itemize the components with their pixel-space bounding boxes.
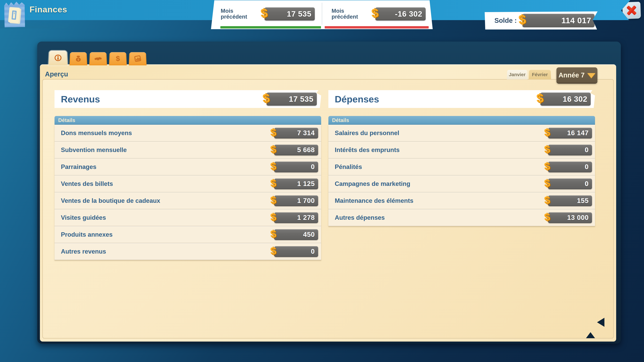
table-row: Parrainages $0: [54, 159, 321, 175]
row-value-pill: $1 278: [274, 212, 318, 223]
book-icon: [8, 7, 20, 23]
table-row: Autres dépenses $13 000: [328, 209, 595, 226]
expense-negative-bar: [325, 26, 429, 28]
row-value-pill: $7 314: [274, 128, 318, 138]
row-value: 13 000: [567, 214, 592, 221]
dollar-icon: $: [270, 177, 277, 189]
dropdown-arrow-icon: [587, 73, 595, 78]
prev-month-income-value: 17 535: [287, 9, 315, 18]
revenues-total-pill: $ 17 535: [266, 92, 317, 106]
bar-chart-icon: [134, 55, 142, 62]
svg-text:$: $: [78, 58, 79, 61]
row-label: Autres revenus: [54, 248, 106, 255]
month-button-february[interactable]: Février: [528, 70, 551, 79]
page-title: Finances: [30, 5, 67, 14]
row-value: 0: [585, 146, 592, 154]
row-value-pill: $450: [274, 229, 318, 240]
row-value-pill: $5 668: [274, 145, 318, 155]
row-label: Subvention mensuelle: [54, 146, 127, 153]
handshake-icon: [94, 55, 102, 62]
view-title: Aperçu: [45, 70, 68, 78]
table-row: Dons mensuels moyens $7 314: [54, 125, 321, 142]
dollar-icon: $: [536, 91, 544, 106]
dollar-icon: $: [114, 55, 122, 62]
row-value-pill: $0: [548, 162, 592, 172]
balance-banner: Solde : $ 114 017: [485, 11, 598, 29]
dollar-icon: $: [270, 143, 277, 155]
row-label: Intérêts des emprunts: [328, 146, 400, 153]
money-bag-icon: $: [74, 55, 82, 62]
corner-notch-decoration: [597, 318, 604, 327]
row-value-pill: $155: [548, 195, 592, 206]
row-value-pill: $1 700: [274, 195, 318, 206]
corner-notch-decoration: [586, 332, 595, 338]
dollar-icon: $: [544, 143, 551, 155]
svg-text:$: $: [116, 55, 120, 62]
balance-value: 114 017: [561, 16, 594, 25]
tab-finance[interactable]: $: [109, 52, 127, 65]
row-value: 0: [585, 163, 592, 171]
dollar-icon: $: [544, 211, 551, 223]
expenses-total-pill: $ 16 302: [540, 92, 591, 106]
row-value: 1 278: [297, 214, 318, 221]
dollar-icon: $: [270, 245, 277, 257]
revenues-card: Revenus $ 17 535: [54, 90, 321, 108]
expenses-details-header: Détails: [328, 116, 595, 125]
table-row: Produits annexes $450: [54, 226, 321, 243]
expenses-total-value: 16 302: [563, 94, 591, 104]
dollar-icon: $: [262, 91, 270, 106]
row-value-pill: $13 000: [548, 212, 592, 223]
dollar-icon: $: [270, 211, 277, 223]
revenues-total-value: 17 535: [289, 94, 317, 104]
prev-month-income-label: Mois précédent: [221, 8, 252, 19]
row-label: Maintenance des éléments: [328, 197, 414, 204]
row-value: 0: [311, 248, 318, 255]
tab-sponsorship[interactable]: [89, 52, 107, 65]
row-value: 16 147: [567, 129, 592, 137]
prev-month-expense-label: Mois précédent: [332, 8, 364, 19]
dollar-icon: $: [371, 6, 379, 21]
row-label: Campagnes de marketing: [328, 180, 410, 187]
balance-pill: $ 114 017: [522, 14, 594, 27]
row-label: Ventes de la boutique de cadeaux: [54, 197, 160, 204]
row-label: Parrainages: [54, 163, 96, 170]
dollar-icon: $: [270, 228, 277, 240]
row-value: 155: [577, 197, 592, 204]
row-value: 0: [311, 163, 318, 171]
tab-donations[interactable]: $: [70, 52, 87, 65]
row-value-pill: $0: [548, 145, 592, 155]
revenues-details-header: Détails: [54, 116, 321, 125]
tab-statistics[interactable]: [129, 52, 146, 65]
table-row: Salaires du personnel $16 147: [328, 125, 595, 142]
row-value-pill: $0: [274, 162, 318, 172]
table-row: Autres revenus $0: [54, 243, 321, 260]
expenses-title: Dépenses: [328, 94, 379, 105]
year-dropdown[interactable]: Année 7: [556, 67, 598, 83]
row-label: Salaires du personnel: [328, 130, 399, 137]
finance-tabs: $ $: [49, 49, 146, 65]
tab-overview[interactable]: [49, 51, 68, 65]
row-value-pill: $1 125: [274, 178, 318, 189]
row-value: 450: [303, 231, 318, 238]
revenues-title: Revenus: [54, 94, 100, 105]
previous-month-expense: Mois précédent $ -16 302: [322, 0, 433, 29]
income-positive-bar: [220, 26, 321, 28]
row-value-pill: $0: [548, 178, 592, 189]
row-label: Dons mensuels moyens: [54, 130, 132, 137]
expenses-card: Dépenses $ 16 302: [328, 90, 595, 108]
year-dropdown-label: Année 7: [558, 71, 585, 79]
dollar-icon: $: [270, 160, 277, 172]
row-value-pill: $16 147: [548, 128, 592, 138]
dollar-icon: $: [544, 194, 551, 206]
table-row: Subvention mensuelle $5 668: [54, 142, 321, 159]
dollar-icon: $: [544, 177, 551, 189]
previous-month-summary-banner: Mois précédent $ 17 535 Mois précédent $…: [211, 0, 433, 29]
month-button-january[interactable]: Janvier: [507, 70, 528, 79]
expenses-list: Salaires du personnel $16 147 Intérêts d…: [328, 125, 595, 226]
banner-divider: [322, 3, 322, 25]
row-value: 5 668: [297, 146, 318, 154]
row-value: 1 700: [297, 197, 318, 204]
prev-month-income-pill: $ 17 535: [264, 7, 315, 20]
dollar-icon: $: [544, 126, 551, 138]
table-row: Ventes de la boutique de cadeaux $1 700: [54, 192, 321, 209]
